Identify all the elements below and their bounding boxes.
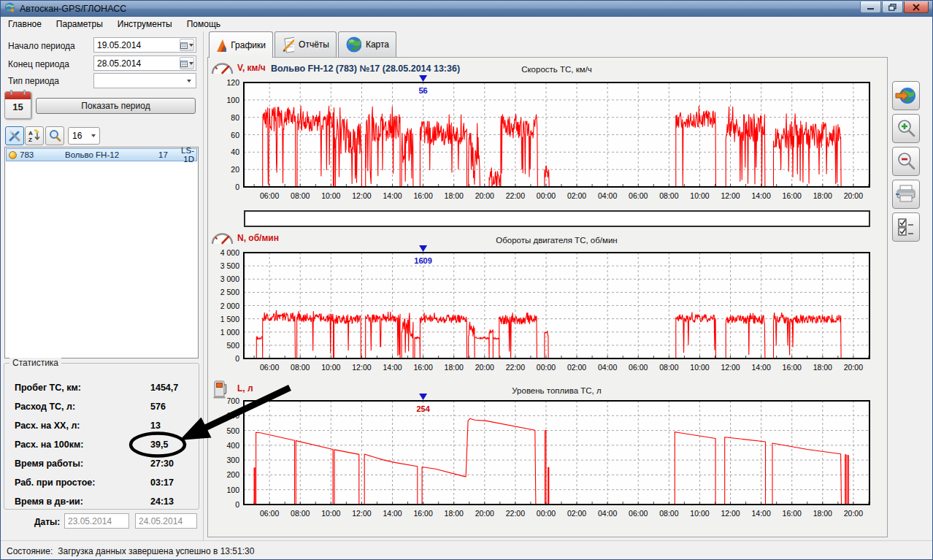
svg-text:18:00: 18:00 — [445, 509, 464, 518]
svg-text:16:00: 16:00 — [413, 509, 432, 518]
stat-consumption-label: Расход ТС, л: — [15, 402, 75, 412]
svg-text:600: 600 — [226, 411, 239, 420]
printer-icon — [895, 185, 917, 204]
svg-text:06:00: 06:00 — [260, 191, 279, 200]
date-to-field[interactable]: 24.05.2014 — [135, 513, 197, 529]
zoom-out-icon — [896, 151, 916, 172]
svg-text:12:00: 12:00 — [352, 191, 371, 200]
tools-icon — [8, 129, 21, 142]
svg-text:100: 100 — [226, 96, 239, 104]
svg-text:18:00: 18:00 — [813, 191, 832, 200]
svg-text:A: A — [28, 130, 33, 137]
window-title: Автоскан-GPS/ГЛОНАСС — [20, 4, 126, 14]
svg-text:1609: 1609 — [414, 256, 431, 265]
period-type-combo[interactable] — [93, 73, 196, 88]
svg-text:20:00: 20:00 — [475, 363, 494, 372]
search-icon — [48, 129, 61, 142]
svg-text:12:00: 12:00 — [721, 191, 740, 200]
svg-text:12:00: 12:00 — [352, 363, 371, 372]
svg-text:00:00: 00:00 — [537, 509, 556, 518]
select-charts-button[interactable] — [892, 212, 920, 242]
restore-button[interactable] — [882, 1, 903, 13]
svg-text:16:00: 16:00 — [413, 363, 432, 372]
search-button[interactable] — [45, 126, 64, 145]
stat-per-100km-label: Расх. на 100км: — [15, 440, 83, 450]
tab-reports[interactable]: Отчёты — [274, 31, 337, 57]
svg-text:2 000: 2 000 — [220, 302, 239, 310]
period-end-field[interactable]: 28.05.2014 — [93, 55, 196, 71]
sort-az-button[interactable]: AZ — [25, 126, 44, 145]
status-text: Загрузка данных завершена успешно в 13:5… — [58, 546, 254, 556]
stat-work-time-value: 27:30 — [150, 459, 174, 469]
svg-text:120: 120 — [226, 78, 239, 87]
svg-text:14:00: 14:00 — [383, 363, 402, 372]
svg-text:2 500: 2 500 — [220, 288, 239, 296]
svg-text:08:00: 08:00 — [291, 363, 310, 372]
svg-text:08:00: 08:00 — [291, 191, 310, 200]
menu-item-parameters[interactable]: Параметры — [49, 18, 110, 31]
period-start-calendar-button[interactable] — [180, 39, 194, 51]
rpm-chart[interactable]: 4 0003 5003 0002 5002 0001 5001 00050000… — [211, 244, 877, 375]
stat-idle-time-label: Раб. при простое: — [15, 477, 95, 488]
svg-text:02:00: 02:00 — [567, 191, 586, 200]
period-start-field[interactable]: 19.05.2014 — [93, 37, 196, 53]
svg-text:06:00: 06:00 — [629, 191, 648, 200]
statusbar: Состояние: Загрузка данных завершена усп… — [1, 540, 932, 560]
svg-text:100: 100 — [226, 486, 239, 494]
svg-text:20:00: 20:00 — [844, 509, 863, 518]
calendar-icon[interactable]: 15 — [4, 91, 31, 119]
zoom-out-button[interactable] — [892, 147, 920, 176]
menu-item-tools[interactable]: Инструменты — [110, 18, 180, 31]
combo-caret-icon[interactable] — [183, 74, 195, 88]
sort-az-icon: AZ — [28, 129, 41, 142]
range-selector[interactable] — [244, 210, 870, 227]
close-button[interactable] — [904, 1, 929, 13]
zoom-in-button[interactable] — [892, 114, 920, 143]
vehicle-id: 783 — [20, 150, 65, 159]
vehicle-list[interactable]: 783 Вольво FH-12 17 LS-1D — [4, 147, 199, 358]
dates-label: Даты: — [34, 517, 60, 527]
svg-text:500: 500 — [226, 426, 239, 435]
period-end-calendar-button[interactable] — [180, 57, 194, 69]
svg-text:14:00: 14:00 — [751, 191, 770, 200]
svg-text:0: 0 — [235, 354, 239, 363]
app-icon — [4, 2, 15, 16]
svg-text:18:00: 18:00 — [445, 191, 464, 200]
tab-map[interactable]: Карта — [338, 31, 396, 57]
chevron-down-icon — [91, 134, 96, 137]
reports-icon — [282, 36, 294, 53]
menu-item-main[interactable]: Главное — [1, 18, 49, 31]
svg-text:10:00: 10:00 — [690, 191, 709, 200]
tools-button[interactable] — [5, 126, 24, 145]
date-from-field[interactable]: 23.05.2014 — [64, 513, 129, 529]
svg-text:300: 300 — [226, 456, 239, 464]
svg-text:04:00: 04:00 — [598, 509, 617, 518]
svg-text:1 500: 1 500 — [220, 315, 239, 323]
titlebar[interactable]: Автоскан-GPS/ГЛОНАСС — [1, 1, 932, 17]
svg-text:08:00: 08:00 — [659, 363, 678, 372]
speed-chart-title: Скорость ТС, км/ч — [244, 65, 869, 74]
svg-text:18:00: 18:00 — [813, 509, 832, 518]
print-button[interactable] — [892, 180, 920, 209]
fuel-chart[interactable]: 700600500400300200100006:0008:0010:0012:… — [211, 392, 877, 522]
period-end-label: Конец периода — [8, 59, 69, 69]
minimize-button[interactable] — [860, 1, 881, 13]
statistics-title: Статистика — [9, 358, 61, 368]
stat-moving-time-value: 24:13 — [150, 496, 174, 507]
svg-text:04:00: 04:00 — [598, 363, 617, 372]
tab-graphs[interactable]: Графики — [209, 31, 273, 58]
svg-text:20: 20 — [231, 165, 239, 174]
svg-text:0: 0 — [235, 500, 239, 509]
svg-text:20:00: 20:00 — [475, 191, 494, 200]
show-on-map-button[interactable] — [892, 81, 920, 110]
svg-text:1 000: 1 000 — [220, 328, 239, 337]
menu-item-help[interactable]: Помощь — [180, 18, 228, 31]
svg-text:14:00: 14:00 — [751, 509, 770, 518]
speed-chart[interactable]: 12010080604020006:0008:0010:0012:0014:00… — [211, 74, 877, 204]
show-period-button[interactable]: Показать период — [36, 98, 196, 114]
svg-text:12:00: 12:00 — [352, 509, 371, 518]
svg-text:40: 40 — [231, 147, 239, 156]
font-size-select[interactable]: 16 — [68, 127, 100, 145]
svg-text:16:00: 16:00 — [413, 191, 432, 200]
vehicle-row-selected[interactable]: 783 Вольво FH-12 17 LS-1D — [6, 148, 197, 161]
